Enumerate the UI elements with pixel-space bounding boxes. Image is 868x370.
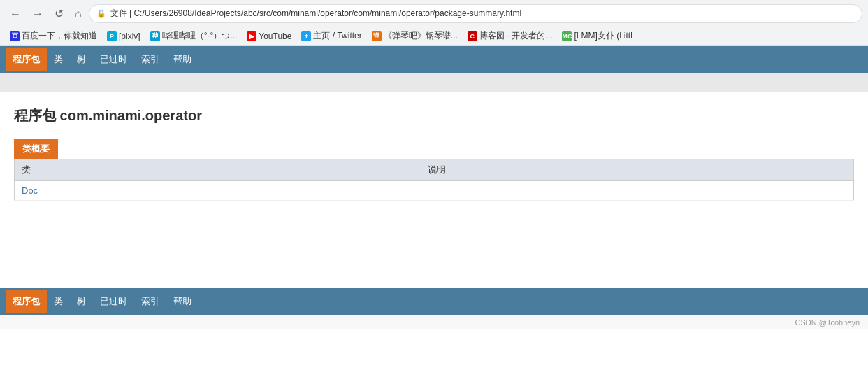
main-content: 程序包 com.minami.operator 类概要 类说明 Doc <box>0 92 868 288</box>
bookmark-icon-qin: 弹 <box>372 31 382 41</box>
bookmark-icon-twitter: t <box>301 31 311 41</box>
bookmark-baidu[interactable]: 百百度一下，你就知道 <box>6 29 101 43</box>
bookmark-icon-csdn: C <box>468 31 477 41</box>
bookmark-icon-pixiv: P <box>107 31 117 41</box>
nav-item-help[interactable]: 帮助 <box>166 48 198 71</box>
bookmark-label-pixiv: [pixiv] <box>119 31 140 41</box>
table-cell-classname: Doc <box>15 181 421 201</box>
table-col-类: 类 <box>15 159 421 181</box>
bookmark-label-csdn: 博客园 - 开发者的... <box>479 30 553 42</box>
class-summary-table: 类说明 Doc <box>14 159 854 201</box>
section-header: 类概要 <box>14 139 58 159</box>
bookmark-label-mc: [LMM]女仆 (Littl <box>574 30 632 42</box>
bookmark-label-twitter: 主页 / Twitter <box>313 30 361 42</box>
bookmark-icon-mc: MC <box>562 31 572 41</box>
bookmark-qin[interactable]: 弹《弹琴吧》钢琴谱... <box>368 29 462 43</box>
nav-item-index[interactable]: 索引 <box>134 290 166 313</box>
page-title: 程序包 com.minami.operator <box>14 106 854 125</box>
address-bar[interactable]: 🔒 文件 | C:/Users/26908/IdeaProjects/abc/s… <box>89 4 862 23</box>
browser-nav-bar: ← → ↺ ⌂ 🔒 文件 | C:/Users/26908/IdeaProjec… <box>0 0 868 27</box>
nav-item-cls[interactable]: 类 <box>47 48 70 71</box>
bookmark-label-youtube: YouTube <box>259 31 291 41</box>
bookmark-icon-youtube: ▶ <box>247 31 256 41</box>
nav-item-tree[interactable]: 树 <box>70 290 93 313</box>
class-link-doc[interactable]: Doc <box>22 185 38 196</box>
bookmark-csdn[interactable]: C博客园 - 开发者的... <box>463 29 557 43</box>
nav-item-index[interactable]: 索引 <box>134 48 166 71</box>
back-button[interactable]: ← <box>6 6 25 22</box>
nav-item-help[interactable]: 帮助 <box>166 290 198 313</box>
address-icon: 🔒 <box>96 9 106 18</box>
javadoc-bottom-navbar: 程序包类树已过时索引帮助 <box>0 288 868 315</box>
table-row: Doc <box>15 181 854 201</box>
table-cell-description <box>421 181 854 201</box>
reload-button[interactable]: ↺ <box>50 6 68 22</box>
bookmark-label-qin: 《弹琴吧》钢琴谱... <box>384 30 458 42</box>
footer-bar: CSDN @Tcohneyn <box>0 315 868 329</box>
bookmark-bili[interactable]: 哔哔哩哔哩（°-°）つ... <box>146 29 242 43</box>
bookmarks-bar: 百百度一下，你就知道P[pixiv]哔哔哩哔哩（°-°）つ...▶YouTube… <box>0 27 868 45</box>
bookmark-icon-baidu: 百 <box>10 31 20 41</box>
sub-header-band <box>0 73 868 92</box>
class-summary-section: 类概要 类说明 Doc <box>14 139 854 201</box>
bookmark-label-baidu: 百度一下，你就知道 <box>22 30 97 42</box>
bookmark-pixiv[interactable]: P[pixiv] <box>103 30 145 43</box>
bookmark-mc[interactable]: MC[LMM]女仆 (Littl <box>558 29 636 43</box>
nav-item-cls[interactable]: 类 <box>47 290 70 313</box>
home-button[interactable]: ⌂ <box>71 6 86 22</box>
nav-item-tree[interactable]: 树 <box>70 48 93 71</box>
table-col-说明: 说明 <box>421 159 854 181</box>
bookmark-label-bili: 哔哩哔哩（°-°）つ... <box>162 30 238 42</box>
nav-item-deprecated[interactable]: 已过时 <box>93 48 134 71</box>
forward-button[interactable]: → <box>28 6 48 22</box>
bookmark-twitter[interactable]: t主页 / Twitter <box>297 29 366 43</box>
footer-credit: CSDN @Tcohneyn <box>0 315 868 329</box>
address-text: 文件 | C:/Users/26908/IdeaProjects/abc/src… <box>110 8 521 20</box>
nav-item-pkg[interactable]: 程序包 <box>6 290 47 313</box>
bookmark-youtube[interactable]: ▶YouTube <box>243 30 296 43</box>
table-header-row: 类说明 <box>15 159 854 181</box>
nav-item-pkg[interactable]: 程序包 <box>6 48 47 71</box>
nav-item-deprecated[interactable]: 已过时 <box>93 290 134 313</box>
bookmark-icon-bili: 哔 <box>150 31 160 41</box>
javadoc-top-navbar: 程序包类树已过时索引帮助 <box>0 46 868 73</box>
